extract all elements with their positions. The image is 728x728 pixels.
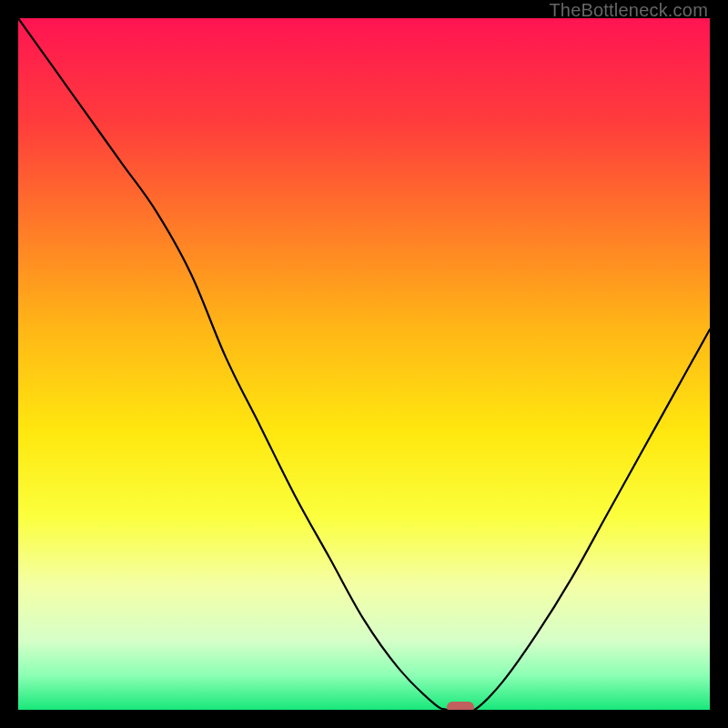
curve-layer — [18, 18, 710, 710]
watermark-text: TheBottleneck.com — [549, 0, 708, 21]
chart-frame: TheBottleneck.com — [0, 0, 728, 728]
plot-area — [18, 18, 710, 710]
minimum-marker — [447, 702, 474, 710]
bottleneck-curve — [18, 18, 710, 710]
